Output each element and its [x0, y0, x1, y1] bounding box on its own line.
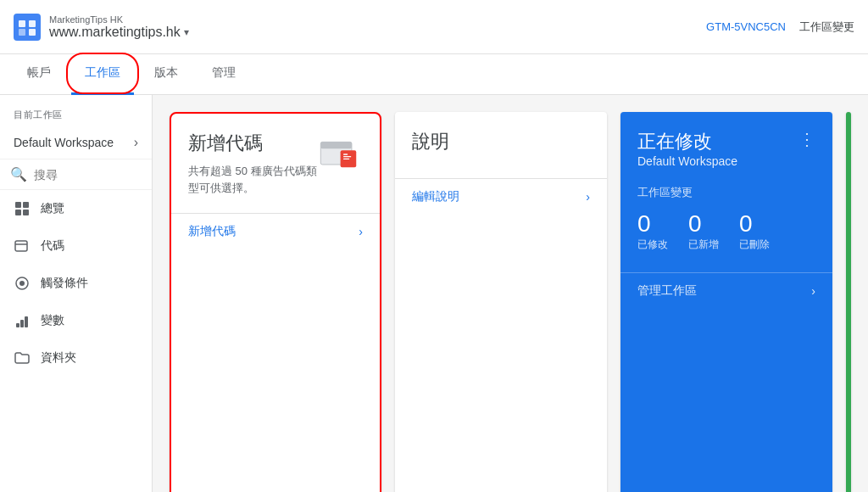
svg-rect-4 [29, 29, 36, 36]
stat-added: 0 已新增 [688, 210, 719, 252]
card-add-tag: 新增代碼 共有超過 50 種廣告代碼類型可供選擇。 [170, 112, 381, 492]
triggers-icon [14, 275, 31, 292]
content-area: 新增代碼 共有超過 50 種廣告代碼類型可供選擇。 [153, 95, 868, 492]
svg-rect-1 [19, 20, 25, 27]
main-layout: 目前工作區 Default Workspace › 🔍 總覽 代碼 觸發條件 [0, 95, 868, 492]
editing-stats: 0 已修改 0 已新增 0 已刪除 [637, 210, 815, 252]
edit-description-link[interactable]: 編輯說明 › [395, 178, 607, 215]
sidebar: 目前工作區 Default Workspace › 🔍 總覽 代碼 觸發條件 [0, 95, 153, 492]
svg-point-12 [19, 281, 25, 286]
gtm-logo [14, 14, 41, 41]
editing-title: 正在修改 [637, 129, 737, 154]
editing-menu-dots[interactable]: ⋮ [798, 129, 815, 149]
sidebar-search: 🔍 [0, 159, 152, 190]
sidebar-item-folders[interactable]: 資料夾 [0, 339, 152, 377]
topbar: MarketingTips HK www.marketingtips.hk ▾ … [0, 0, 868, 54]
card-description: 說明 編輯說明 › [395, 112, 607, 492]
card-unpublished: 容器尚未發佈 新增代碼並完成發佈，您的變更才會生效。 [846, 112, 851, 492]
svg-rect-19 [343, 154, 348, 154]
sidebar-item-triggers[interactable]: 觸發條件 [0, 265, 152, 302]
svg-rect-0 [14, 14, 41, 41]
description-title: 說明 [412, 129, 590, 154]
overview-icon [14, 200, 31, 217]
brand-url[interactable]: www.marketingtips.hk ▾ [49, 25, 706, 40]
variables-icon [14, 312, 31, 329]
description-link-chevron: › [586, 190, 590, 204]
brand-name: MarketingTips HK [49, 14, 706, 25]
workspace-chevron-right: › [134, 135, 138, 150]
tab-account[interactable]: 帳戶 [14, 54, 64, 95]
manage-workspace-link[interactable]: 管理工作區 › [620, 272, 832, 309]
svg-rect-20 [343, 156, 351, 157]
gtm-id[interactable]: GTM-5VNC5CN [706, 20, 786, 33]
sidebar-workspace-item[interactable]: Default Workspace › [0, 126, 152, 159]
tag-illustration-icon [318, 131, 363, 182]
add-tag-title: 新增代碼 [188, 131, 318, 156]
svg-rect-14 [20, 320, 24, 327]
editing-changes-title: 工作區變更 [637, 185, 815, 200]
svg-rect-7 [15, 210, 21, 215]
add-tag-link-chevron: › [359, 225, 363, 238]
nav-tabs: 帳戶 工作區 版本 管理 [0, 54, 868, 95]
tab-manage[interactable]: 管理 [198, 54, 249, 95]
cards-row: 新增代碼 共有超過 50 種廣告代碼類型可供選擇。 [170, 112, 851, 492]
svg-rect-3 [19, 29, 25, 36]
tab-version[interactable]: 版本 [141, 54, 192, 95]
folders-icon [14, 349, 31, 366]
sidebar-item-variables[interactable]: 變數 [0, 302, 152, 339]
svg-rect-6 [23, 202, 29, 208]
sidebar-section-label: 目前工作區 [0, 95, 152, 126]
tags-icon [14, 238, 31, 254]
topbar-brand: MarketingTips HK www.marketingtips.hk ▾ [49, 14, 706, 40]
add-tag-desc: 共有超過 50 種廣告代碼類型可供選擇。 [188, 163, 318, 196]
svg-rect-13 [16, 323, 19, 327]
svg-rect-21 [343, 159, 349, 159]
svg-rect-17 [320, 142, 352, 148]
svg-rect-2 [29, 20, 36, 27]
search-input[interactable] [34, 168, 142, 182]
topbar-right: GTM-5VNC5CN 工作區變更 [706, 20, 854, 35]
card-editing: 正在修改 Default Workspace ⋮ 工作區變更 0 已修改 0 [620, 112, 832, 492]
sidebar-item-overview[interactable]: 總覽 [0, 190, 152, 227]
add-tag-link[interactable]: 新增代碼 › [171, 213, 380, 249]
svg-rect-5 [15, 202, 21, 208]
svg-rect-8 [23, 210, 29, 215]
tab-workspace[interactable]: 工作區 [71, 54, 134, 95]
stat-deleted: 0 已刪除 [739, 210, 770, 252]
editing-subtitle: Default Workspace [637, 154, 737, 168]
editing-link-chevron: › [811, 284, 815, 298]
svg-rect-9 [15, 241, 27, 251]
stat-modified: 0 已修改 [637, 210, 668, 252]
topbar-workspace-change[interactable]: 工作區變更 [799, 20, 854, 35]
search-icon: 🔍 [10, 166, 27, 182]
svg-rect-15 [25, 316, 28, 327]
brand-url-chevron: ▾ [184, 26, 189, 38]
sidebar-item-tags[interactable]: 代碼 [0, 227, 152, 265]
